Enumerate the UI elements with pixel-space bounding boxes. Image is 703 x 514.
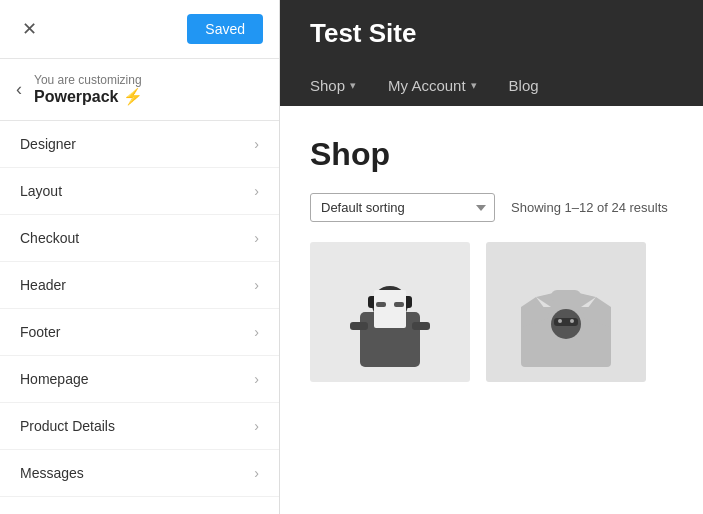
back-button[interactable]: ‹ xyxy=(16,79,22,100)
product-image-1 xyxy=(330,252,450,372)
shop-content: Shop Default sortingSort by popularitySo… xyxy=(280,106,703,514)
svg-point-16 xyxy=(570,319,574,323)
nav-item-messages[interactable]: Messages › xyxy=(0,450,279,497)
nav-item-arrow-header: › xyxy=(254,277,259,293)
nav-item-label-checkout: Checkout xyxy=(20,230,79,246)
customizing-label: You are customizing xyxy=(34,73,143,87)
nav-items-list: Designer › Layout › Checkout › Header › … xyxy=(0,121,279,514)
powerpack-title: Powerpack ⚡ xyxy=(34,88,143,105)
site-header: Test Site Shop▾My Account▾Blog xyxy=(280,0,703,106)
panel-header: ✕ Saved xyxy=(0,0,279,59)
product-image-2 xyxy=(506,252,626,372)
shop-toolbar: Default sortingSort by popularitySort by… xyxy=(310,193,673,222)
nav-item-label-header: Header xyxy=(20,277,66,293)
nav-item-designer[interactable]: Designer › xyxy=(0,121,279,168)
nav-item-arrow-messages: › xyxy=(254,465,259,481)
shop-page-title: Shop xyxy=(310,136,673,173)
sort-select-wrapper: Default sortingSort by popularitySort by… xyxy=(310,193,495,222)
chevron-icon-my-account: ▾ xyxy=(471,79,477,92)
nav-item-header[interactable]: Header › xyxy=(0,262,279,309)
site-nav-label-blog: Blog xyxy=(509,77,539,94)
product-card-1[interactable] xyxy=(310,242,470,382)
product-grid xyxy=(310,242,673,382)
nav-item-label-messages: Messages xyxy=(20,465,84,481)
site-nav-item-my-account[interactable]: My Account▾ xyxy=(372,65,493,106)
svg-rect-12 xyxy=(551,290,581,302)
nav-item-checkout[interactable]: Checkout › xyxy=(0,215,279,262)
site-title: Test Site xyxy=(310,18,673,49)
chevron-icon-shop: ▾ xyxy=(350,79,356,92)
nav-item-label-product-details: Product Details xyxy=(20,418,115,434)
close-button[interactable]: ✕ xyxy=(16,16,43,42)
sort-select[interactable]: Default sortingSort by popularitySort by… xyxy=(310,193,495,222)
nav-item-label-layout: Layout xyxy=(20,183,62,199)
saved-button[interactable]: Saved xyxy=(187,14,263,44)
site-preview: Test Site Shop▾My Account▾Blog Shop Defa… xyxy=(280,0,703,514)
svg-rect-6 xyxy=(376,302,386,307)
svg-rect-14 xyxy=(554,318,578,326)
site-nav: Shop▾My Account▾Blog xyxy=(310,65,673,106)
nav-item-arrow-footer: › xyxy=(254,324,259,340)
results-count: Showing 1–12 of 24 results xyxy=(511,200,668,215)
customizing-section: ‹ You are customizing Powerpack ⚡ xyxy=(0,59,279,121)
nav-item-shop[interactable]: Shop › xyxy=(0,497,279,514)
nav-item-homepage[interactable]: Homepage › xyxy=(0,356,279,403)
nav-item-label-homepage: Homepage xyxy=(20,371,89,387)
svg-rect-3 xyxy=(350,322,368,330)
nav-item-arrow-product-details: › xyxy=(254,418,259,434)
nav-item-product-details[interactable]: Product Details › xyxy=(0,403,279,450)
nav-item-footer[interactable]: Footer › xyxy=(0,309,279,356)
nav-item-label-footer: Footer xyxy=(20,324,60,340)
svg-point-15 xyxy=(558,319,562,323)
customizing-info: You are customizing Powerpack ⚡ xyxy=(34,73,143,106)
svg-rect-5 xyxy=(374,290,406,328)
site-nav-label-my-account: My Account xyxy=(388,77,466,94)
product-card-2[interactable] xyxy=(486,242,646,382)
nav-item-arrow-checkout: › xyxy=(254,230,259,246)
svg-rect-7 xyxy=(394,302,404,307)
site-nav-item-blog[interactable]: Blog xyxy=(493,65,555,106)
customizer-panel: ✕ Saved ‹ You are customizing Powerpack … xyxy=(0,0,280,514)
nav-item-arrow-layout: › xyxy=(254,183,259,199)
site-nav-item-shop[interactable]: Shop▾ xyxy=(310,65,372,106)
nav-item-arrow-homepage: › xyxy=(254,371,259,387)
nav-item-arrow-designer: › xyxy=(254,136,259,152)
svg-rect-4 xyxy=(412,322,430,330)
nav-item-label-designer: Designer xyxy=(20,136,76,152)
nav-item-layout[interactable]: Layout › xyxy=(0,168,279,215)
site-nav-label-shop: Shop xyxy=(310,77,345,94)
